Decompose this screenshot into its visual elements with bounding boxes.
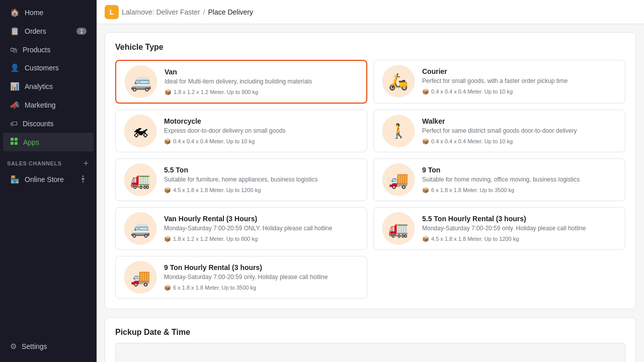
vehicle-card-5ton[interactable]: 🚛 5.5 Ton Suitable for furniture, home a…	[115, 158, 367, 201]
9ton-dims-icon: 📦	[422, 187, 429, 194]
vehicle-card-9ton-hourly[interactable]: 🚚 9 Ton Hourly Rental (3 hours) Monday-S…	[115, 256, 367, 299]
motorcycle-dims: 📦 0.4 x 0.4 x 0.4 Meter. Up to 10 kg	[164, 138, 360, 145]
9ton-hourly-dims: 📦 6 x 1.8 x 1.8 Meter. Up to 3500 kg	[164, 285, 360, 291]
topbar: L Lalamove: Deliver Faster / Place Deliv…	[97, 0, 644, 24]
van-hourly-dims: 📦 1.8 x 1.2 x 1.2 Meter. Up to 800 kg	[164, 236, 360, 242]
add-sales-channel-button[interactable]: +	[82, 159, 90, 168]
courier-name: Courier	[422, 67, 618, 75]
analytics-icon: 📊	[10, 82, 20, 91]
vehicle-card-walker[interactable]: 🚶 Walker Perfect for same district small…	[373, 110, 625, 152]
sidebar-item-apps[interactable]: Apps	[3, 133, 94, 151]
content-area: Vehicle Type 🚐 Van Ideal for Multi-item …	[97, 24, 644, 362]
5ton-hourly-info: 5.5 Ton Hourly Rental (3 hours) Monday-S…	[422, 215, 618, 242]
sidebar-item-analytics[interactable]: 📊 Analytics	[3, 77, 94, 96]
5ton-dims-icon: 📦	[164, 187, 171, 194]
vehicle-card-courier[interactable]: 🛵 Courier Perfect for small goods, with …	[373, 60, 625, 104]
sidebar-item-home[interactable]: 🏠 Home	[3, 4, 94, 22]
motorcycle-image: 🏍	[123, 117, 158, 145]
apps-icon	[10, 137, 18, 147]
walker-dims: 📦 0.4 x 0.4 x 0.4 Meter. Up to 10 kg	[422, 138, 618, 145]
5ton-hourly-dims: 📦 4.5 x 1.8 x 1.8 Meter. Up to 1200 kg	[422, 236, 618, 242]
orders-icon: 📋	[10, 27, 20, 36]
vehicle-type-title: Vehicle Type	[115, 43, 625, 52]
sidebar: 🏠 Home 📋 Orders 1 🛍 Products 👤 Customers…	[0, 0, 97, 362]
9ton-name: 9 Ton	[422, 166, 618, 174]
9ton-hourly-image: 🚚	[123, 263, 158, 291]
courier-image: 🛵	[381, 67, 416, 95]
5ton-image: 🚛	[123, 166, 158, 194]
walker-name: Walker	[422, 117, 618, 125]
van-name: Van	[165, 68, 359, 76]
courier-dims-icon: 📦	[422, 88, 429, 95]
current-page-title: Place Delivery	[208, 8, 253, 16]
svg-point-5	[83, 175, 84, 177]
van-hourly-info: Van Hourly Rental (3 Hours) Monday-Satur…	[164, 215, 360, 242]
svg-rect-2	[11, 142, 14, 145]
walker-dims-icon: 📦	[422, 138, 429, 145]
5ton-hourly-image: 🚛	[381, 215, 416, 242]
sidebar-item-customers[interactable]: 👤 Customers	[3, 59, 94, 77]
svg-rect-3	[15, 142, 18, 145]
sidebar-bottom: ⚙ Settings	[0, 337, 97, 362]
van-image: 🚐	[123, 68, 158, 96]
sidebar-item-products[interactable]: 🛍 Products	[3, 41, 94, 58]
courier-dims: 📦 0.4 x 0.4 x 0.4 Meter. Up to 10 kg	[422, 88, 618, 95]
breadcrumb-separator: /	[203, 8, 205, 16]
vehicle-card-motorcycle[interactable]: 🏍 Motorcycle Express door-to-door delive…	[115, 110, 367, 152]
5ton-hourly-name: 5.5 Ton Hourly Rental (3 hours)	[422, 215, 618, 223]
svg-rect-0	[11, 138, 14, 141]
sales-channels-label: SALES CHANNELS	[7, 160, 62, 166]
vehicle-card-5ton-hourly[interactable]: 🚛 5.5 Ton Hourly Rental (3 hours) Monday…	[373, 207, 625, 250]
9ton-dims: 📦 6 x 1.8 x 1.8 Meter. Up to 3500 kg	[422, 187, 618, 194]
motorcycle-desc: Express door-to-door delivery on small g…	[164, 127, 360, 135]
vehicle-card-van[interactable]: 🚐 Van Ideal for Multi-item delivery, inc…	[115, 60, 367, 104]
vehicle-grid: 🚐 Van Ideal for Multi-item delivery, inc…	[115, 60, 625, 299]
online-store-settings-button[interactable]	[79, 175, 87, 184]
svg-point-4	[82, 177, 85, 180]
van-hourly-image: 🚐	[123, 215, 158, 242]
9ton-hourly-name: 9 Ton Hourly Rental (3 hours)	[164, 263, 360, 272]
9ton-info: 9 Ton Suitable for home moving, office m…	[422, 166, 618, 194]
5ton-info: 5.5 Ton Suitable for furniture, home app…	[164, 166, 360, 194]
van-hourly-desc: Monday-Saturday 7:00-20:59 ONLY. Holiday…	[164, 224, 360, 233]
9ton-hourly-dims-icon: 📦	[164, 285, 171, 291]
9ton-desc: Suitable for home moving, office moving,…	[422, 175, 618, 184]
courier-desc: Perfect for small goods, with a faster o…	[422, 77, 618, 85]
home-icon: 🏠	[10, 8, 20, 17]
5ton-desc: Suitable for furniture, home appliances,…	[164, 175, 360, 184]
sidebar-item-online-store[interactable]: 🏪 Online Store	[3, 170, 94, 189]
orders-badge: 1	[76, 28, 87, 35]
van-dims: 📦 1.8 x 1.2 x 1.2 Meter. Up to 800 kg	[165, 89, 359, 96]
sidebar-item-discounts[interactable]: 🏷 Discounts	[3, 115, 94, 132]
van-hourly-name: Van Hourly Rental (3 Hours)	[164, 215, 360, 223]
motorcycle-name: Motorcycle	[164, 117, 360, 125]
app-name: Lalamove: Deliver Faster	[122, 8, 200, 16]
courier-info: Courier Perfect for small goods, with a …	[422, 67, 618, 95]
dims-icon: 📦	[165, 89, 172, 96]
sidebar-item-orders[interactable]: 📋 Orders 1	[3, 22, 94, 40]
5ton-hourly-dims-icon: 📦	[422, 236, 429, 242]
pickup-content	[115, 343, 625, 362]
van-info: Van Ideal for Multi-item delivery, inclu…	[165, 68, 359, 96]
van-hourly-dims-icon: 📦	[164, 236, 171, 242]
pickup-card: Pickup Date & Time	[105, 317, 636, 362]
9ton-image: 🚚	[381, 166, 416, 194]
9ton-hourly-desc: Monday-Saturday 7:00-20:59 only. Holiday…	[164, 273, 360, 282]
vehicle-card-van-hourly[interactable]: 🚐 Van Hourly Rental (3 Hours) Monday-Sat…	[115, 207, 367, 250]
settings-icon: ⚙	[10, 342, 17, 351]
sidebar-item-settings[interactable]: ⚙ Settings	[3, 337, 94, 355]
walker-image: 🚶	[381, 117, 416, 145]
products-icon: 🛍	[10, 45, 18, 54]
5ton-dims: 📦 4.5 x 1.8 x 1.8 Meter. Up to 1200 kg	[164, 187, 360, 194]
vehicle-card-9ton[interactable]: 🚚 9 Ton Suitable for home moving, office…	[373, 158, 625, 201]
5ton-name: 5.5 Ton	[164, 166, 360, 174]
motorcycle-info: Motorcycle Express door-to-door delivery…	[164, 117, 360, 145]
walker-info: Walker Perfect for same district small g…	[422, 117, 618, 145]
sidebar-item-marketing[interactable]: 📣 Marketing	[3, 96, 94, 114]
9ton-hourly-info: 9 Ton Hourly Rental (3 hours) Monday-Sat…	[164, 263, 360, 291]
sidebar-nav: 🏠 Home 📋 Orders 1 🛍 Products 👤 Customers…	[0, 0, 97, 337]
main-area: L Lalamove: Deliver Faster / Place Deliv…	[97, 0, 644, 362]
svg-rect-1	[15, 138, 18, 141]
app-logo: L	[105, 5, 119, 19]
walker-desc: Perfect for same district small goods do…	[422, 127, 618, 135]
